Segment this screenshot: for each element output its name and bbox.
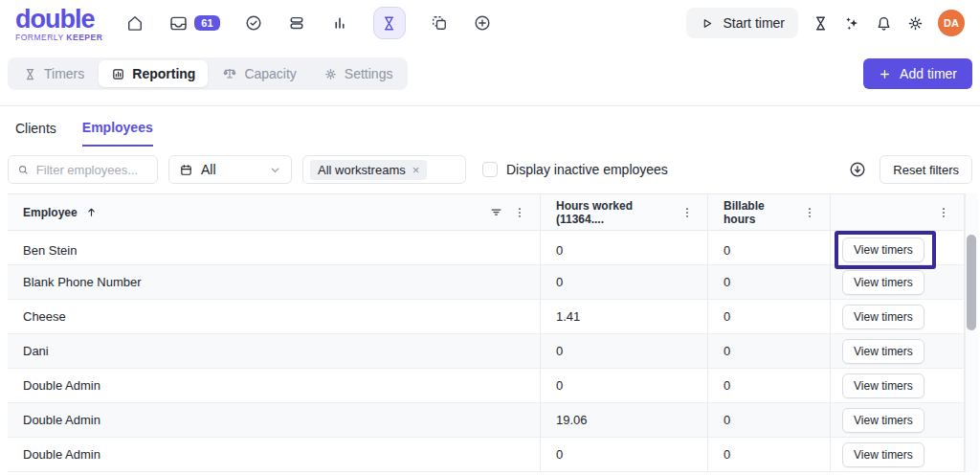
actions-cell: View timers: [831, 369, 965, 402]
remove-tag-icon[interactable]: ×: [412, 164, 420, 176]
filter-icon[interactable]: [489, 205, 503, 219]
search-input[interactable]: [36, 163, 148, 177]
employee-cell-text: Blank Phone Number: [23, 275, 142, 289]
column-header-employee[interactable]: Employee: [8, 194, 541, 230]
stack-icon[interactable]: [287, 13, 306, 33]
table-row: Double Admin 0 0 View timers: [8, 438, 965, 472]
view-timers-wrap: View timers: [835, 231, 936, 269]
bell-icon[interactable]: [875, 14, 893, 33]
hours-cell-text: 0: [556, 243, 563, 258]
report-tabs: Clients Employees: [15, 115, 153, 147]
duplicate-icon[interactable]: [430, 13, 449, 33]
home-icon[interactable]: [125, 13, 145, 33]
employee-cell-text: Cheese: [23, 309, 66, 324]
table-header: Employee Hours worked (11364.... Billabl…: [8, 193, 965, 231]
date-filter-value: All: [201, 162, 216, 177]
hours-cell-text: 0: [556, 344, 563, 358]
employee-search[interactable]: [8, 155, 158, 184]
employee-cell: Dani: [8, 334, 541, 368]
section-divider: [0, 105, 980, 106]
billable-cell: 0: [708, 369, 831, 402]
subnav-item-capacity[interactable]: Capacity: [210, 60, 308, 87]
table-row: Cheese 1.41 0 View timers: [8, 300, 965, 334]
view-timers-button[interactable]: View timers: [842, 373, 924, 398]
table-row: Dani 0 0 View timers: [8, 334, 965, 369]
app-root: double FORMERLY KEEPER 61: [0, 0, 980, 475]
kebab-menu-icon[interactable]: [937, 206, 950, 219]
hours-cell-text: 0: [556, 447, 563, 462]
top-nav: 61: [125, 7, 491, 39]
avatar[interactable]: DA: [938, 10, 965, 36]
view-timers-button[interactable]: View timers: [842, 339, 924, 364]
tab-clients[interactable]: Clients: [15, 115, 56, 147]
table-row: Blank Phone Number 0 0 View timers: [8, 265, 965, 300]
employee-cell: Cheese: [8, 300, 541, 333]
filter-bar: All All workstreams × Display inactive e…: [8, 155, 972, 184]
view-timers-button[interactable]: View timers: [842, 408, 924, 433]
subnav-item-settings[interactable]: Settings: [311, 60, 406, 87]
workstreams-filter[interactable]: All workstreams ×: [302, 155, 466, 184]
hourglass-icon: [23, 67, 37, 81]
timer-icon[interactable]: [812, 14, 830, 33]
table-row: Double Admin 19.06 0 View timers: [8, 403, 965, 438]
view-timers-button[interactable]: View timers: [842, 442, 924, 467]
column-header-billable[interactable]: Billable hours: [708, 194, 831, 230]
subnav-item-reporting[interactable]: Reporting: [99, 60, 208, 87]
kebab-menu-icon[interactable]: [513, 206, 526, 219]
table-row: Ben Stein 0 0 View timers: [8, 231, 965, 265]
add-icon[interactable]: [473, 13, 492, 33]
reset-filters-button[interactable]: Reset filters: [880, 155, 972, 184]
tasks-icon[interactable]: [244, 13, 263, 33]
gear-icon: [323, 67, 338, 81]
topbar-right: Start timer DA: [686, 8, 965, 38]
view-timers-button[interactable]: View timers: [842, 305, 924, 329]
hours-cell-text: 1.41: [556, 309, 580, 324]
subnav-item-timers[interactable]: Timers: [11, 60, 97, 87]
billable-cell: 0: [708, 438, 831, 471]
employee-cell: Blank Phone Number: [8, 265, 541, 299]
view-timers-wrap: View timers: [842, 305, 924, 329]
billable-cell-text: 0: [724, 243, 730, 258]
start-timer-button[interactable]: Start timer: [686, 8, 798, 38]
view-timers-wrap: View timers: [842, 270, 924, 295]
table-row: Double Admin 0 0 View timers: [8, 369, 965, 403]
view-timers-button[interactable]: View timers: [842, 270, 924, 295]
billable-cell: 0: [708, 265, 831, 299]
chart-icon[interactable]: [330, 13, 349, 33]
actions-cell: View timers: [831, 265, 965, 299]
table-scrollbar[interactable]: [965, 193, 978, 472]
timers-nav-active[interactable]: [373, 7, 406, 39]
date-filter-select[interactable]: All: [168, 155, 292, 184]
sort-asc-icon[interactable]: [85, 206, 98, 218]
actions-cell: View timers: [831, 231, 965, 269]
column-header-actions[interactable]: [831, 194, 965, 230]
add-timer-button[interactable]: Add timer: [863, 58, 972, 89]
plus-icon: [879, 68, 891, 80]
employee-cell: Double Admin: [8, 438, 541, 471]
search-icon: [17, 163, 30, 177]
sparkles-icon[interactable]: [843, 14, 861, 33]
billable-cell-text: 0: [724, 309, 730, 324]
start-timer-label: Start timer: [723, 15, 785, 31]
inbox-icon[interactable]: 61: [168, 13, 219, 34]
billable-cell: 0: [708, 403, 831, 437]
topbar: double FORMERLY KEEPER 61: [0, 0, 980, 46]
report-icon: [111, 67, 125, 81]
column-header-hours[interactable]: Hours worked (11364....: [541, 194, 708, 230]
view-timers-button[interactable]: View timers: [842, 238, 924, 262]
scale-icon: [222, 66, 237, 81]
employees-table: Employee Hours worked (11364.... Billabl…: [8, 193, 978, 472]
kebab-menu-icon[interactable]: [680, 206, 694, 219]
export-icon[interactable]: [848, 160, 867, 179]
scrollbar-thumb[interactable]: [967, 235, 976, 330]
kebab-menu-icon[interactable]: [803, 206, 816, 219]
inactive-toggle: Display inactive employees: [482, 162, 668, 177]
tab-employees[interactable]: Employees: [82, 115, 153, 147]
employee-cell: Ben Stein: [8, 231, 541, 269]
gear-icon[interactable]: [906, 14, 924, 33]
inactive-checkbox[interactable]: [482, 162, 498, 177]
billable-cell: 0: [708, 300, 831, 333]
actions-cell: View timers: [831, 403, 965, 437]
hours-cell-text: 19.06: [556, 413, 588, 427]
billable-cell-text: 0: [724, 447, 730, 462]
